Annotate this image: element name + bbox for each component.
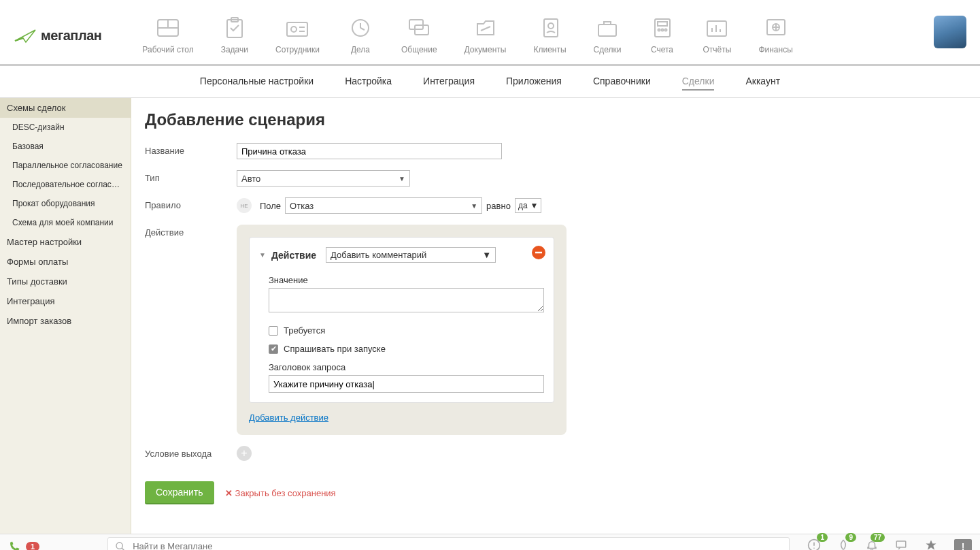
ask-checkbox[interactable]: ✔ [269,344,278,354]
bell-icon[interactable]: 77 [866,538,878,550]
global-search[interactable] [107,537,790,551]
chat-icon [408,18,430,37]
phone-indicator[interactable]: 1 [8,540,39,551]
nav-label: Счета [651,45,673,54]
type-select-value: Авто [241,174,260,184]
desktop-icon [156,18,180,37]
clock-badge: 1 [817,533,828,542]
search-input[interactable] [133,541,782,550]
nav-comm[interactable]: Общение [401,16,437,54]
subnav-settings[interactable]: Настройка [345,76,392,91]
nav-reports[interactable]: Отчёты [703,16,732,54]
svg-point-35 [813,548,814,549]
required-checkbox-row[interactable]: Требуется [269,325,544,336]
action-type-select[interactable]: Добавить комментарий ▼ [326,247,496,263]
sidebar-group-deals[interactable]: Схемы сделок [0,98,131,118]
nav-people[interactable]: Сотрудники [275,16,320,54]
avatar[interactable] [934,16,966,48]
sidebar-sub-company[interactable]: Схема для моей компании [0,213,131,232]
label-exit: Условие выхода [145,446,237,459]
svg-point-20 [661,29,663,31]
subnav-integration[interactable]: Интеграция [423,76,475,91]
sidebar-integration[interactable]: Интеграция [0,291,131,311]
sidebar: Схемы сделок DESC-дизайн Базовая Паралле… [0,98,131,534]
nav-deals[interactable]: Сделки [594,16,622,54]
rule-field-select[interactable]: Отказ ▼ [285,197,482,214]
logo[interactable]: мегаплан [14,27,101,44]
fire-icon[interactable]: 9 [837,538,849,550]
subnav-apps[interactable]: Приложения [506,76,562,91]
action-card: ▼ Действие Добавить комментарий ▼ Значен… [249,237,554,403]
nav-finance[interactable]: Финансы [758,16,792,54]
request-title-input[interactable] [269,375,544,393]
clock-icon [350,18,371,38]
type-select[interactable]: Авто ▼ [237,170,410,187]
action-container: ▼ Действие Добавить комментарий ▼ Значен… [237,225,567,435]
value-textarea[interactable] [269,288,544,312]
feedback-icon[interactable]: ! [954,539,972,551]
page-title: Добавление сценария [145,110,966,129]
sidebar-sub-parallel[interactable]: Параллельное согласование [0,156,131,175]
svg-point-6 [291,27,297,32]
label-name: Название [145,143,237,156]
required-checkbox[interactable] [269,326,278,336]
sidebar-sub-rent[interactable]: Прокат оборудования [0,194,131,213]
nav-label: Сотрудники [275,45,320,54]
add-exit-condition-button[interactable]: + [237,446,252,461]
nav-clients[interactable]: Клиенты [533,16,566,54]
nav-label: Задачи [221,45,248,54]
remove-action-button[interactable] [532,246,545,259]
add-action-link[interactable]: Добавить действие [249,413,328,423]
caret-down-icon: ▼ [471,202,477,210]
collapse-triangle-icon[interactable]: ▼ [259,251,266,259]
svg-rect-36 [896,541,906,547]
nav-label: Дела [351,45,370,54]
rule-not-toggle[interactable]: НЕ [237,198,252,213]
subnav-deals[interactable]: Сделки [682,76,715,91]
svg-point-15 [548,23,554,29]
nav-docs[interactable]: Документы [464,16,507,54]
nav-desktop[interactable]: Рабочий стол [142,16,193,54]
star-icon[interactable] [924,538,938,550]
svg-point-21 [664,29,666,31]
subnav-personal[interactable]: Персональные настройки [200,76,314,91]
logo-text: мегаплан [41,28,101,44]
nav-accounts[interactable]: Счета [649,16,676,54]
briefcase-icon [596,18,618,37]
sidebar-delivery[interactable]: Типы доставки [0,272,131,291]
calc-icon [652,18,673,38]
search-icon [115,541,126,551]
sidebar-import[interactable]: Импорт заказов [0,311,131,331]
rule-value-select[interactable]: да ▼ [515,198,542,213]
action-header-label: Действие [271,250,316,261]
main-content: Добавление сценария Название Тип Авто ▼ … [131,98,980,534]
sidebar-sub-base[interactable]: Базовая [0,137,131,156]
phone-icon [8,540,20,551]
message-icon[interactable] [894,539,908,550]
svg-rect-18 [658,22,667,26]
alert-clock-icon[interactable]: 1 [807,538,821,550]
ask-checkbox-row[interactable]: ✔ Спрашивать при запуске [269,344,544,354]
save-button[interactable]: Сохранить [145,481,214,504]
sidebar-sub-desc[interactable]: DESC-дизайн [0,118,131,137]
svg-line-11 [360,28,365,30]
contacts-icon [541,18,559,38]
subnav-refs[interactable]: Справочники [593,76,651,91]
request-title-label: Заголовок запроса [269,362,544,372]
nav-tasks[interactable]: Задачи [221,16,248,54]
name-input[interactable] [237,143,502,159]
close-without-save-link[interactable]: ✕ Закрыть без сохранения [225,488,336,498]
sidebar-payment[interactable]: Формы оплаты [0,252,131,272]
subnav-account[interactable]: Аккаунт [745,76,780,91]
chart-icon [706,18,728,37]
sidebar-wizard[interactable]: Мастер настройки [0,232,131,252]
tasks-icon [225,17,244,39]
sidebar-sub-seq[interactable]: Последовательное согласов... [0,175,131,194]
caret-down-icon: ▼ [482,250,491,260]
nav-affairs[interactable]: Дела [347,16,374,54]
rule-op-label: равно [486,201,511,211]
minus-icon [535,251,543,254]
label-action: Действие [145,225,237,238]
svg-point-19 [658,29,660,31]
status-icons: 1 9 77 ! [807,538,972,550]
